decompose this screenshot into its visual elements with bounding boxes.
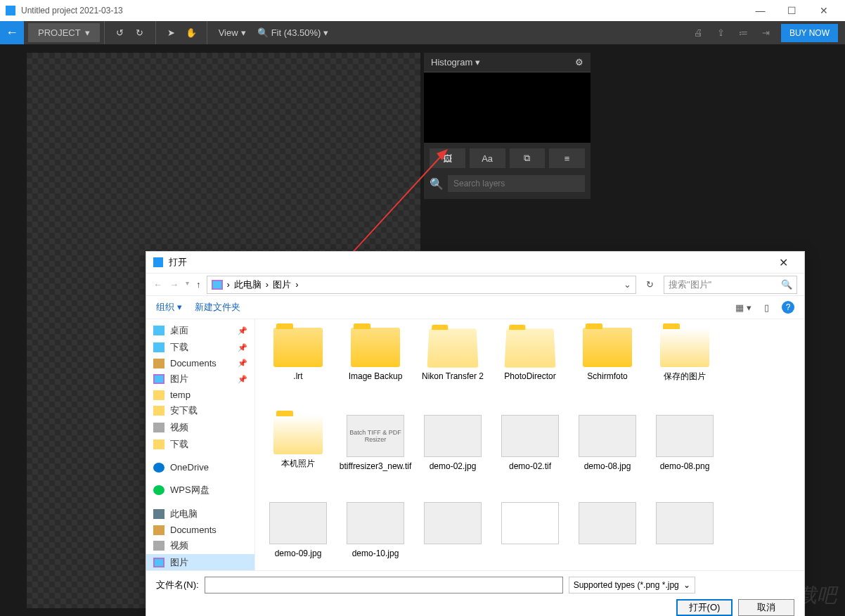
layer-tab-text[interactable]: Aa <box>470 148 505 168</box>
dialog-titlebar: 打开 ✕ <box>146 252 804 273</box>
histogram-panel-header[interactable]: Histogram ▾ ⚙ <box>424 53 591 72</box>
file-item[interactable]: 本机照片 <box>261 412 335 496</box>
file-item[interactable]: 保存的图片 <box>647 325 722 409</box>
chevron-right-icon: › <box>295 279 298 290</box>
folder-icon <box>153 509 165 519</box>
project-menu-button[interactable]: PROJECT ▾ <box>28 23 100 42</box>
folder-icon <box>153 359 165 368</box>
open-button[interactable]: 打开(O) <box>676 599 733 616</box>
file-item[interactable]: Nikon Transfer 2 <box>415 325 490 409</box>
sidebar-item[interactable]: temp <box>146 387 254 402</box>
search-placeholder: 搜索"图片" <box>669 278 711 291</box>
file-item[interactable]: demo-08.png <box>647 412 722 496</box>
file-item[interactable]: Schirmfoto <box>570 325 645 409</box>
sidebar-item[interactable]: 视频 <box>146 537 254 554</box>
file-item[interactable] <box>493 499 567 570</box>
file-item[interactable] <box>415 499 490 570</box>
hand-tool-button[interactable]: ✋ <box>181 23 201 43</box>
pin-icon: 📌 <box>238 359 247 368</box>
breadcrumb-item[interactable]: 此电脑 <box>234 278 262 291</box>
dialog-search-input[interactable]: 搜索"图片" 🔍 <box>664 276 797 294</box>
gear-icon[interactable]: ⚙ <box>575 57 583 68</box>
view-mode-button[interactable]: ▦ ▾ <box>735 302 752 313</box>
file-label: demo-09.jpg <box>275 548 322 560</box>
list-icon[interactable]: ≔ <box>736 25 752 41</box>
sidebar-item[interactable]: Documents <box>146 522 254 537</box>
new-folder-button[interactable]: 新建文件夹 <box>195 301 240 314</box>
pointer-tool-button[interactable]: ➤ <box>162 23 181 43</box>
app-icon <box>153 257 163 267</box>
chevron-down-icon[interactable]: ▾ <box>186 279 189 290</box>
view-menu-button[interactable]: View ▾ <box>213 27 252 38</box>
nav-back-button[interactable]: ← <box>153 279 162 290</box>
dialog-toolbar: 组织 ▾ 新建文件夹 ▦ ▾ ▯ ? <box>146 295 804 319</box>
file-item[interactable]: demo-09.jpg <box>261 499 335 570</box>
sidebar-item[interactable]: 下载📌 <box>146 339 254 356</box>
filename-input[interactable] <box>205 577 563 593</box>
layer-tab-image[interactable]: 🖼 <box>430 148 465 168</box>
back-button[interactable]: ← <box>0 21 24 44</box>
dialog-footer: 文件名(N): Supported types (*.png *.jpg ⌄ 打… <box>146 570 804 616</box>
organize-menu-button[interactable]: 组织 ▾ <box>156 301 182 314</box>
file-item[interactable]: demo-08.jpg <box>570 412 645 496</box>
watermark: 下载吧 <box>778 582 837 609</box>
layer-tab-adjust[interactable]: ≡ <box>549 148 585 168</box>
file-item[interactable] <box>570 499 645 570</box>
layer-tab-shape[interactable]: ⧉ <box>510 148 546 168</box>
file-item[interactable]: demo-02.jpg <box>415 412 490 496</box>
sidebar-item[interactable]: 桌面📌 <box>146 322 254 339</box>
collapse-icon[interactable]: ⇥ <box>759 25 774 41</box>
print-icon[interactable]: 🖨 <box>691 25 707 41</box>
dialog-close-button[interactable]: ✕ <box>769 256 797 269</box>
window-close-button[interactable]: ✕ <box>808 0 839 21</box>
file-thumbnail <box>424 415 482 457</box>
sidebar-item-label: 此电脑 <box>170 508 198 520</box>
sidebar-item[interactable]: 视频 <box>146 419 254 436</box>
buy-now-button[interactable]: BUY NOW <box>781 24 838 42</box>
refresh-button[interactable]: ↻ <box>642 279 658 290</box>
file-thumbnail <box>269 502 327 544</box>
file-list[interactable]: .lrtImage BackupNikon Transfer 2PhotoDir… <box>255 319 804 570</box>
dialog-title: 打开 <box>169 256 187 269</box>
layer-search-input[interactable] <box>448 175 585 192</box>
sidebar-item[interactable]: WPS网盘 <box>146 482 254 499</box>
sidebar-item[interactable]: OneDrive <box>146 460 254 475</box>
file-item[interactable]: Image Backup <box>338 325 413 409</box>
folder-icon <box>351 328 400 367</box>
sidebar-item[interactable]: 下载 <box>146 436 254 453</box>
sidebar-item[interactable]: 图片📌 <box>146 371 254 387</box>
file-thumbnail <box>501 415 559 457</box>
filetype-select[interactable]: Supported types (*.png *.jpg ⌄ <box>569 577 695 593</box>
sidebar-item[interactable]: 图片 <box>146 554 254 570</box>
sidebar-item[interactable]: 安下载 <box>146 402 254 419</box>
window-maximize-button[interactable]: ☐ <box>776 0 808 21</box>
file-item[interactable]: Batch TIFF & PDF Resizerbtiffresizer3_ne… <box>338 412 413 496</box>
file-item[interactable]: .lrt <box>261 325 335 409</box>
nav-forward-button[interactable]: → <box>169 279 179 290</box>
redo-button[interactable]: ↻ <box>130 23 150 43</box>
window-minimize-button[interactable]: — <box>744 0 776 21</box>
chevron-right-icon: › <box>227 279 230 290</box>
zoom-menu-button[interactable]: 🔍 Fit (43.50%) ▾ <box>252 27 335 38</box>
chevron-right-icon: › <box>266 279 269 290</box>
folder-icon <box>153 485 165 495</box>
sidebar-item[interactable]: Documents📌 <box>146 356 254 371</box>
sidebar-item[interactable]: 此电脑 <box>146 506 254 522</box>
file-label: 本机照片 <box>281 458 315 470</box>
address-dropdown-button[interactable]: ⌄ <box>624 279 631 290</box>
preview-pane-button[interactable]: ▯ <box>764 302 769 313</box>
file-label: .lrt <box>293 371 302 383</box>
chevron-down-icon: ▾ <box>85 27 90 38</box>
help-button[interactable]: ? <box>782 301 794 314</box>
nav-up-button[interactable]: ↑ <box>196 279 201 290</box>
export-icon[interactable]: ⇪ <box>714 25 729 41</box>
address-bar[interactable]: › 此电脑 › 图片 › ⌄ <box>207 276 637 294</box>
file-item[interactable]: demo-02.tif <box>493 412 567 496</box>
file-item[interactable]: PhotoDirector <box>493 325 567 409</box>
file-item[interactable]: demo-10.jpg <box>338 499 413 570</box>
file-item[interactable] <box>647 499 722 570</box>
undo-button[interactable]: ↺ <box>110 23 130 43</box>
breadcrumb-item[interactable]: 图片 <box>273 278 291 291</box>
file-thumbnail <box>579 415 636 457</box>
chevron-down-icon: ▾ <box>323 27 328 38</box>
